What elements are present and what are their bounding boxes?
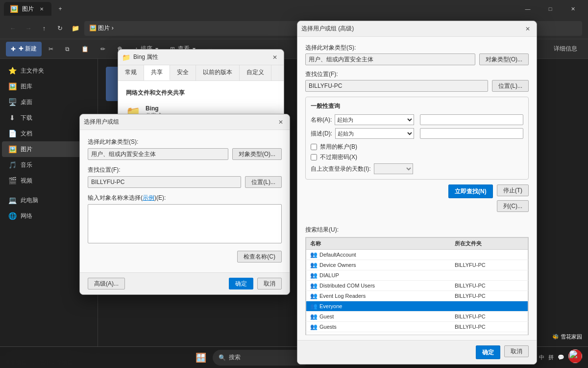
table-row[interactable]: 👥Distributed COM Users BILLYFU-PC	[306, 281, 528, 291]
columns-btn[interactable]: 列(C)...	[497, 200, 529, 212]
sidebar-item-desktop[interactable]: 🖥️ 桌面	[2, 94, 96, 110]
object-type-btn[interactable]: 对象类型(O)...	[232, 148, 282, 160]
name-row: 名称(A): 起始为	[311, 114, 414, 125]
taskbar-time: 中	[539, 354, 544, 361]
explorer-tab[interactable]: 🖼️ 图片 ✕	[4, 2, 51, 16]
name-value-input[interactable]	[420, 114, 523, 125]
copy-btn[interactable]: ⧉	[60, 42, 74, 56]
desc-filter-select[interactable]: 起始为	[335, 128, 414, 139]
no-expire-checkbox[interactable]	[311, 154, 317, 160]
new-label: ✚ 新建	[19, 45, 37, 53]
result-name: 👥Guests	[306, 322, 451, 332]
sidebar-item-home[interactable]: ⭐ 主文件夹	[2, 63, 96, 79]
new-btn[interactable]: ✚ ✚ 新建	[6, 42, 42, 56]
dialog-close-btn[interactable]: ✕	[270, 53, 280, 62]
refresh-btn[interactable]: ↻	[53, 22, 67, 35]
tab-close-btn[interactable]: ✕	[38, 5, 46, 13]
search-now-btn[interactable]: 立即查找(N)	[448, 184, 493, 198]
gallery-icon: 🖼️	[8, 82, 17, 90]
check-names-btn[interactable]: 检查名称(C)	[237, 251, 282, 263]
no-expire-label: 不过期密码(X)	[320, 153, 357, 161]
results-scroll-area[interactable]: 名称 所在文件夹 👥DefaultAccount 👥Device Owners …	[305, 237, 529, 335]
up-btn[interactable]: ↑	[37, 22, 51, 35]
share-item-name: Bing	[146, 105, 162, 112]
taskbar-search-text: 搜索	[229, 353, 241, 362]
object-name-textarea[interactable]	[88, 204, 282, 243]
ok-btn[interactable]: 确定	[229, 278, 253, 289]
query-section-title: 一般性查询	[311, 102, 523, 110]
table-row[interactable]: 👥Guest BILLYFU-PC	[306, 312, 528, 322]
desc-value-input[interactable]	[420, 128, 523, 139]
back-btn[interactable]: ←	[6, 22, 20, 35]
object-type-label: 选择此对象类型(S):	[88, 138, 282, 146]
name-label: 名称(A):	[311, 116, 332, 124]
location-btn[interactable]: 位置(L)...	[245, 176, 282, 188]
start-btn[interactable]: 🪟	[191, 348, 211, 368]
disabled-accounts-row: 禁用的帐户(B)	[311, 143, 523, 151]
tab-security[interactable]: 安全	[170, 65, 196, 80]
adv-location-input	[305, 80, 488, 92]
documents-icon: 📄	[8, 130, 17, 137]
advanced-close-btn[interactable]: ✕	[523, 24, 533, 34]
sidebar-item-label: 主文件夹	[21, 67, 44, 75]
new-tab-btn[interactable]: +	[53, 2, 67, 16]
days-select[interactable]	[374, 163, 413, 174]
dialog-advanced-select-user: 选择用户或组 (高级) ✕ 选择此对象类型(S): 对象类型(O)... 查找位…	[297, 21, 537, 365]
new-icon: ✚	[11, 46, 16, 53]
sidebar-item-label: 此电脑	[21, 196, 38, 205]
tab-label: 图片	[22, 5, 34, 13]
paste-btn[interactable]: 📋	[76, 42, 94, 56]
tab-previous[interactable]: 以前的版本	[196, 65, 240, 80]
object-name-label: 输入对象名称来选择(示例)(E):	[88, 194, 282, 202]
stop-btn[interactable]: 停止(T)	[497, 184, 529, 196]
days-label: 自上次查登录的天数(I):	[311, 165, 371, 173]
user-icon: 👥	[310, 292, 318, 299]
cut-btn[interactable]: ✂	[44, 42, 58, 56]
videos-icon: 🎬	[8, 177, 17, 184]
tab-general[interactable]: 常规	[118, 65, 144, 80]
window-controls: — □ ✕	[516, 0, 584, 18]
taskbar-watermark[interactable]	[568, 349, 582, 366]
watermark-text: 🐝 雪花家园	[552, 333, 582, 341]
table-row[interactable]: 👥Event Log Readers BILLYFU-PC	[306, 291, 528, 301]
close-btn[interactable]: ✕	[562, 0, 584, 18]
adv-ok-btn[interactable]: 确定	[476, 345, 500, 359]
select-user-close-btn[interactable]: ✕	[276, 117, 286, 127]
user-icon: 👥	[310, 262, 318, 268]
table-row[interactable]: 👥Hyper-V Administrators BILLYFU-PC	[306, 332, 528, 336]
desktop-icon: 🖥️	[8, 98, 17, 106]
tab-share[interactable]: 共享	[144, 65, 170, 80]
details-btn[interactable]: 详细信息	[549, 42, 582, 56]
result-location: BILLYFU-PC	[451, 281, 528, 291]
pictures-icon: 🖼️	[8, 145, 17, 153]
tab-icon: 🖼️	[10, 5, 18, 13]
taskbar-search-icon: 🔍	[219, 354, 226, 361]
maximize-btn[interactable]: □	[539, 0, 562, 18]
table-row[interactable]: 👥DIALUP	[306, 270, 528, 281]
result-location	[451, 301, 528, 312]
advanced-btn[interactable]: 高级(A)...	[88, 278, 125, 289]
minimize-btn[interactable]: —	[516, 0, 539, 18]
result-location: BILLYFU-PC	[451, 312, 528, 322]
table-row[interactable]: 👥DefaultAccount	[306, 250, 528, 260]
table-row[interactable]: 👥Device Owners BILLYFU-PC	[306, 260, 528, 270]
taskbar-search[interactable]: 🔍 搜索	[213, 350, 311, 366]
sidebar-item-gallery[interactable]: 🖼️ 图库	[2, 79, 96, 94]
adv-query-grid: 名称(A): 起始为 描述(D): 起始为	[311, 114, 523, 139]
rename-btn[interactable]: ✏	[96, 42, 110, 56]
user-icon: 👥	[310, 282, 318, 289]
tab-customize[interactable]: 自定义	[240, 65, 271, 80]
adv-location-btn[interactable]: 位置(L)...	[492, 80, 529, 92]
disabled-accounts-checkbox[interactable]	[311, 144, 317, 150]
sidebar-item-label: 文档	[21, 130, 32, 138]
cancel-btn[interactable]: 取消	[257, 278, 282, 289]
adv-object-type-btn[interactable]: 对象类型(O)...	[479, 53, 529, 65]
name-filter-select[interactable]: 起始为	[335, 114, 414, 125]
result-name: 👥Distributed COM Users	[306, 281, 451, 291]
example-link[interactable]: 示例	[143, 194, 154, 201]
pc-icon: 💻	[8, 196, 17, 204]
forward-btn[interactable]: →	[22, 22, 35, 35]
table-row[interactable]: 👥Everyone	[306, 301, 528, 312]
table-row[interactable]: 👥Guests BILLYFU-PC	[306, 322, 528, 332]
adv-cancel-btn[interactable]: 取消	[504, 345, 529, 357]
